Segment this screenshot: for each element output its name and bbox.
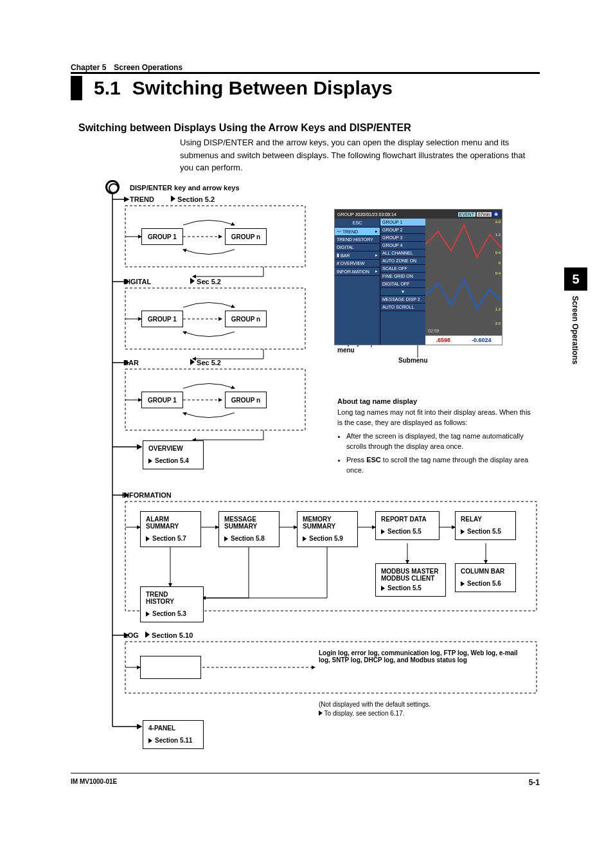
screenshot-submenu: GROUP 1 GROUP 2 GROUP 3 GROUP 4 ALL CHAN… — [380, 219, 425, 345]
box-column-bar: COLUMN BAR Section 5.6 — [455, 563, 516, 592]
screenshot-plot: 2.0 1.2 0.4 0 0.4 1.2 2.0 02:59 .6598 -0… — [425, 219, 502, 345]
sec-log: Section 5.10 — [145, 631, 193, 639]
label-digital: DIGITAL — [123, 278, 151, 285]
side-tab: 5 Screen Operations — [564, 267, 587, 365]
ring-icon — [105, 180, 120, 194]
subheading: Switching between Displays Using the Arr… — [78, 122, 411, 134]
box-report-data: REPORT DATA Section 5.5 — [375, 511, 440, 540]
sec-bar: Sec 5.2 — [190, 359, 221, 366]
box-group1: GROUP 1 — [141, 311, 183, 327]
triangle-icon — [145, 631, 150, 638]
label-trend: TREND — [130, 195, 154, 203]
header-rule — [71, 72, 540, 74]
intro-paragraph: Using DISP/ENTER and the arrow keys, you… — [180, 136, 540, 174]
log-text: Login log, error log, communication log,… — [319, 649, 531, 664]
label-bar: BAR — [123, 359, 139, 366]
about-tag-name: About tag name display Long tag names ma… — [337, 396, 537, 478]
section-number: 5.1 — [94, 77, 121, 99]
triangle-icon — [146, 536, 150, 541]
box-relay: RELAY Section 5.5 — [455, 511, 516, 540]
screenshot-header: GROUP 2020/01/23 03:08:14 EVENT 67min ◉ — [335, 210, 502, 219]
footer-left: IM MV1000-01E — [71, 778, 117, 785]
box-alarm-summary: ALARM SUMMARY Section 5.7 — [140, 511, 201, 547]
box-modbus: MODBUS MASTER MODBUS CLIENT Section 5.5 — [375, 563, 446, 597]
device-screenshot: GROUP 2020/01/23 03:08:14 EVENT 67min ◉ … — [334, 209, 502, 345]
box-groupn: GROUP n — [225, 311, 267, 327]
box-group1: GROUP 1 — [141, 392, 183, 408]
callout-submenu: Submenu — [398, 357, 428, 364]
flowchart: DISP/ENTER key and arrow keys TREND Sect… — [71, 180, 540, 759]
box-groupn: GROUP n — [225, 228, 267, 245]
box-trend-history: TREND HISTORY Section 5.3 — [140, 586, 204, 622]
label-log: LOG — [123, 631, 139, 639]
footer-rule — [71, 773, 540, 773]
triangle-icon — [461, 529, 465, 534]
box-message-summary: MESSAGE SUMMARY Section 5.8 — [218, 511, 280, 547]
box-overview: OVERVIEW Section 5.4 — [143, 440, 204, 469]
box-log-item — [140, 656, 201, 679]
about-bullet-2: Press ESC to scroll the tag name through… — [346, 455, 537, 476]
side-tab-number: 5 — [564, 267, 587, 291]
key-label: DISP/ENTER key and arrow keys — [130, 184, 240, 192]
section-title: 5.1 Switching Between Displays — [71, 76, 393, 100]
about-bullet-1: After the screen is displayed, the tag n… — [346, 431, 537, 452]
side-tab-label: Screen Operations — [571, 296, 580, 365]
about-p: Long tag names may not fit into their di… — [337, 408, 531, 427]
title-block — [71, 76, 82, 100]
triangle-icon — [461, 581, 465, 586]
triangle-icon — [171, 195, 175, 202]
triangle-icon — [190, 278, 195, 284]
about-title: About tag name display — [337, 397, 417, 405]
triangle-icon — [146, 611, 150, 617]
triangle-icon — [190, 359, 195, 365]
log-note-1: (Not displayed with the default settings… — [319, 701, 431, 708]
screenshot-menu: ESC 〰 TREND▸ TREND HISTORY DIGITAL ▮ BAR… — [335, 219, 380, 345]
triangle-icon — [224, 536, 228, 541]
box-group1: GROUP 1 — [141, 228, 183, 245]
label-information: INFORMATION — [122, 491, 172, 499]
sec-digital: Sec 5.2 — [190, 278, 221, 285]
box-4panel: 4-PANEL Section 5.11 — [143, 720, 204, 749]
section-title-text: Switching Between Displays — [132, 77, 393, 99]
triangle-icon — [148, 738, 152, 743]
box-groupn: GROUP n — [225, 392, 267, 408]
triangle-icon — [303, 536, 306, 541]
triangle-icon — [148, 458, 152, 464]
triangle-icon — [381, 529, 385, 534]
sec-trend: Section 5.2 — [171, 195, 215, 203]
log-note-2: To display, see section 6.17. — [319, 710, 405, 717]
chapter-header: Chapter 5 Screen Operations — [71, 63, 182, 72]
triangle-icon — [319, 710, 323, 716]
triangle-icon — [381, 586, 385, 591]
footer-right: 5-1 — [529, 778, 540, 787]
box-memory-summary: MEMORY SUMMARY Section 5.9 — [297, 511, 358, 547]
